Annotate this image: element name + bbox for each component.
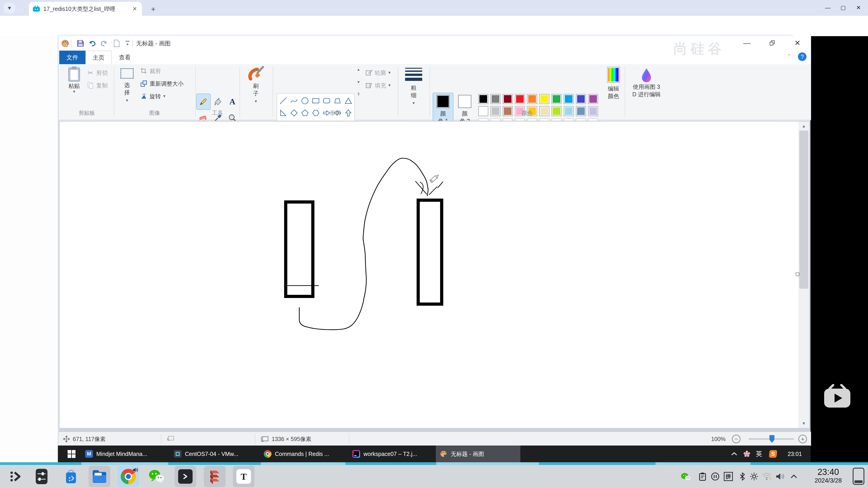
dock-file-manager[interactable] bbox=[89, 466, 110, 487]
flower-input-icon[interactable] bbox=[741, 446, 753, 462]
dock-redis[interactable] bbox=[204, 466, 225, 487]
host-clock[interactable]: 23:40 2024/3/28 bbox=[807, 467, 849, 484]
taskbar-task-mindmanager[interactable]: MMindjet MindMana... bbox=[81, 446, 164, 462]
rotate-button[interactable]: 旋转 ▼ bbox=[140, 92, 166, 100]
ribbon-collapse-icon[interactable]: ⌃ bbox=[787, 53, 791, 59]
tray-chevron-up-icon[interactable] bbox=[787, 465, 800, 488]
redo-button[interactable] bbox=[99, 39, 109, 48]
dock-chrome[interactable] bbox=[118, 466, 139, 487]
dock-app-store[interactable] bbox=[60, 466, 82, 487]
browser-tab[interactable]: 17_redis10大类型之list_哔哩 ✕ bbox=[29, 2, 142, 16]
paint-restore-button[interactable] bbox=[763, 36, 781, 50]
scroll-up-icon[interactable]: ▲ bbox=[800, 123, 807, 130]
new-document-icon[interactable] bbox=[112, 39, 122, 48]
palette-swatch[interactable] bbox=[491, 94, 500, 104]
save-button[interactable] bbox=[75, 39, 86, 48]
canvas-resize-handle[interactable] bbox=[796, 272, 799, 276]
inner-clock[interactable]: 23:01 bbox=[780, 446, 809, 462]
taskbar-task-idea[interactable]: workspace07 – T2.j... bbox=[348, 446, 430, 462]
tab-file[interactable]: 文件 bbox=[59, 51, 86, 64]
taskbar-task-vmware[interactable]: CentOS7-04 - VMw... bbox=[170, 446, 254, 462]
tab-search-button[interactable]: ▼ bbox=[4, 3, 16, 13]
dock-wechat[interactable] bbox=[146, 466, 167, 487]
shape-line-icon[interactable] bbox=[278, 95, 289, 107]
text-tool[interactable]: A bbox=[225, 94, 239, 109]
taskbar-task-chrome[interactable]: Commands | Redis ... bbox=[260, 446, 343, 462]
shapes-expand-icon[interactable]: ⊽ bbox=[355, 91, 362, 97]
palette-swatch[interactable] bbox=[503, 94, 513, 104]
browser-close-button[interactable]: ✕ bbox=[851, 0, 866, 15]
palette-swatch[interactable] bbox=[588, 94, 598, 104]
dock-typora[interactable]: T bbox=[233, 466, 254, 487]
palette-swatch[interactable] bbox=[552, 94, 561, 104]
shape-rounded-rectangle-icon[interactable] bbox=[321, 95, 332, 107]
paint-close-button[interactable]: ✕ bbox=[788, 36, 807, 50]
select-button[interactable]: 选择▼ bbox=[117, 67, 137, 103]
tray-volume-icon[interactable] bbox=[774, 465, 786, 488]
tray-bluetooth-icon[interactable] bbox=[736, 465, 749, 488]
crop-button[interactable]: 裁剪 bbox=[140, 67, 161, 75]
shape-rectangle-icon[interactable] bbox=[310, 95, 321, 107]
palette-swatch[interactable] bbox=[527, 94, 537, 104]
shape-polygon-icon[interactable] bbox=[332, 95, 343, 107]
shape-ellipse-icon[interactable] bbox=[300, 95, 310, 107]
pencil-tool[interactable] bbox=[197, 94, 210, 109]
tray-wechat-icon[interactable] bbox=[680, 465, 692, 488]
resize-icon bbox=[140, 79, 148, 88]
paint-minimize-button[interactable]: — bbox=[738, 36, 756, 50]
paste-button[interactable]: 粘贴 ▼ bbox=[64, 66, 85, 94]
dock-control-center[interactable] bbox=[31, 466, 53, 487]
fill-tool[interactable] bbox=[211, 94, 225, 109]
cut-button[interactable]: ✂剪切 bbox=[86, 69, 107, 77]
language-indicator-icon[interactable]: 英 bbox=[753, 446, 765, 462]
palette-swatch[interactable] bbox=[564, 94, 574, 104]
bilibili-player[interactable]: ▼ 无标题 - 画图 — ✕ 文件 主页 查看 ⌃ ? 粘贴 ▼ bbox=[0, 36, 868, 465]
tray-clipboard-icon[interactable] bbox=[696, 465, 709, 488]
browser-maximize-button[interactable]: ▢ bbox=[835, 0, 851, 15]
drawing-canvas[interactable] bbox=[60, 122, 798, 428]
tab-home[interactable]: 主页 bbox=[86, 51, 112, 64]
shape-curve-icon[interactable] bbox=[289, 95, 300, 107]
taskbar-task-paint[interactable]: 无标题 - 画图 bbox=[436, 446, 520, 462]
shapes-scroll-down-icon[interactable]: ▼ bbox=[355, 79, 362, 85]
palette-swatch[interactable] bbox=[478, 94, 488, 104]
shape-outline-button[interactable]: 轮廓 ▼ bbox=[365, 69, 391, 77]
shape-triangle-icon[interactable] bbox=[343, 95, 354, 107]
zoom-out-button[interactable]: − bbox=[732, 435, 741, 443]
tray-pause-icon[interactable] bbox=[709, 465, 721, 488]
help-button[interactable]: ? bbox=[798, 53, 807, 61]
palette-swatch[interactable] bbox=[515, 94, 525, 104]
tray-pinyin-icon[interactable]: 拼 bbox=[722, 465, 735, 488]
new-tab-button[interactable]: + bbox=[147, 4, 159, 14]
zoom-slider-thumb[interactable] bbox=[770, 435, 774, 443]
edit-colors-button[interactable]: 编辑颜色 bbox=[603, 67, 623, 100]
dock-launcher[interactable] bbox=[4, 466, 26, 487]
paint3d-button[interactable]: 使用画图 3D 进行编辑 bbox=[627, 67, 666, 98]
show-desktop-button[interactable] bbox=[852, 468, 864, 485]
undo-button[interactable] bbox=[87, 39, 97, 48]
vertical-scrollbar[interactable]: ▲ ▼ bbox=[798, 122, 809, 428]
tray-wifi-icon[interactable]: ! bbox=[761, 465, 773, 488]
resize-button[interactable]: 重新调整大小 bbox=[140, 79, 184, 88]
scrollbar-thumb[interactable] bbox=[799, 131, 808, 289]
palette-swatch[interactable] bbox=[576, 94, 586, 104]
dock-terminal[interactable] bbox=[175, 466, 196, 487]
sogou-input-icon[interactable]: S bbox=[767, 446, 779, 462]
tray-brightness-icon[interactable] bbox=[748, 465, 761, 488]
browser-minimize-button[interactable]: — bbox=[820, 0, 835, 15]
video-watermark: 尚硅谷 bbox=[674, 40, 725, 58]
thickness-button[interactable]: 粗细▼ bbox=[401, 67, 426, 106]
shapes-scroll-up-icon[interactable]: ▲ bbox=[355, 67, 362, 72]
start-button[interactable] bbox=[63, 446, 80, 462]
palette-swatch[interactable] bbox=[539, 94, 549, 104]
zoom-in-button[interactable]: + bbox=[798, 435, 807, 443]
tab-view[interactable]: 查看 bbox=[112, 51, 138, 64]
tray-expand-icon[interactable] bbox=[728, 446, 740, 462]
video-progress-bar[interactable] bbox=[0, 462, 868, 465]
shape-fill-button[interactable]: 填充 ▼ bbox=[365, 81, 391, 90]
copy-button[interactable]: 复制 bbox=[86, 81, 107, 90]
customize-qat-button[interactable]: ▼ bbox=[123, 39, 132, 48]
brushes-button[interactable]: 刷子▼ bbox=[243, 66, 269, 104]
tab-close-icon[interactable]: ✕ bbox=[131, 5, 138, 12]
scroll-down-icon[interactable]: ▼ bbox=[800, 420, 807, 427]
